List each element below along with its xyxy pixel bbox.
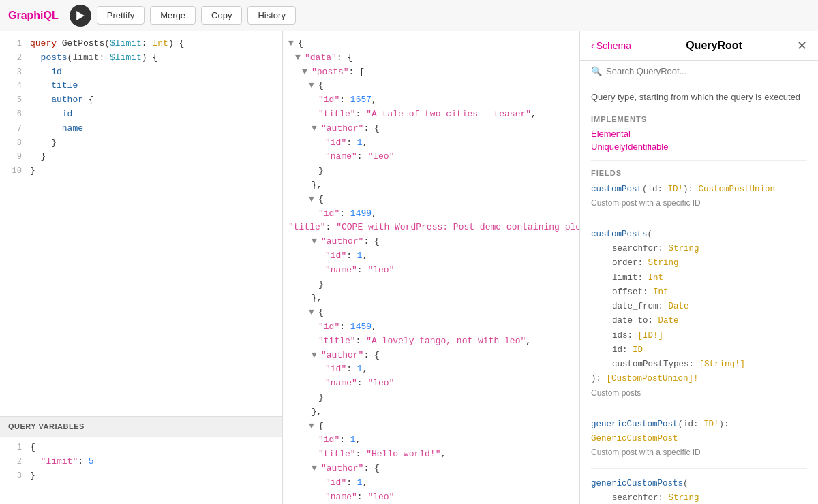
response-line: },	[283, 405, 579, 420]
collapse-arrow[interactable]: ▼	[309, 306, 316, 320]
response-line: ▼ {	[283, 306, 579, 320]
field-item-custom-post: customPost(id: ID!): CustomPostUnion Cus…	[591, 183, 807, 208]
response-line: ▼ "data": {	[283, 51, 579, 65]
field-name[interactable]: customPosts	[591, 230, 648, 239]
editor-line: 4 title	[0, 79, 282, 93]
response-line: "id": 1,	[283, 433, 579, 447]
editor-line: 5 author {	[0, 93, 282, 108]
response-line: ▼ {	[283, 79, 579, 93]
docs-search-container: 🔍	[580, 61, 818, 82]
response-line: ▼ "posts": [	[283, 65, 579, 80]
run-button[interactable]	[70, 5, 91, 27]
docs-search-input[interactable]	[606, 66, 807, 76]
editor-line: 2 posts(limit: $limit) {	[0, 51, 282, 65]
collapse-arrow[interactable]: ▼	[288, 37, 295, 51]
response-line: ▼ {	[283, 193, 579, 207]
editor-line: 1 query GetPosts($limit: Int) {	[0, 37, 282, 51]
editor-line: 3 id	[0, 65, 282, 80]
response-line: ▼ "author": {	[283, 122, 579, 136]
response-line: "id": 1499,	[283, 207, 579, 221]
field-item-generic-custom-posts: genericCustomPosts( searchfor: String	[591, 477, 807, 504]
response-line: "name": "leo"	[283, 264, 579, 278]
vars-line: 2 "limit": 5	[0, 455, 282, 469]
query-variables-section: QUERY VARIABLES 1 { 2 "limit": 5 3 }	[0, 416, 282, 504]
field-name[interactable]: genericCustomPost	[591, 420, 678, 429]
vars-line: 1 {	[0, 441, 282, 455]
collapse-arrow[interactable]: ▼	[312, 235, 318, 249]
play-icon	[76, 11, 85, 20]
docs-body[interactable]: Query type, starting from which the quer…	[580, 82, 818, 504]
response-line: "name": "leo"	[283, 150, 579, 164]
collapse-arrow[interactable]: ▼	[309, 193, 316, 207]
field-item-generic-custom-post: genericCustomPost(id: ID!): GenericCusto…	[591, 418, 807, 458]
response-line: "id": 1657,	[283, 93, 579, 108]
collapse-arrow[interactable]: ▼	[309, 420, 316, 434]
field-name[interactable]: genericCustomPosts	[591, 479, 683, 488]
response-line: "id": 1,	[283, 136, 579, 151]
svg-marker-0	[76, 11, 85, 20]
response-line: "title": "A lovely tango, not with leo",	[283, 334, 579, 349]
query-variables-header[interactable]: QUERY VARIABLES	[0, 416, 282, 436]
collapse-arrow[interactable]: ▼	[302, 65, 309, 80]
docs-close-button[interactable]: ✕	[797, 38, 807, 53]
response-line: ▼ "author": {	[283, 462, 579, 476]
editor-line: 10 }	[0, 164, 282, 178]
response-line: "title": "Hello world!",	[283, 447, 579, 462]
docs-header: ‹ Schema QueryRoot ✕	[580, 31, 818, 61]
query-variables-title: QUERY VARIABLES	[8, 422, 85, 430]
response-line: }	[283, 278, 579, 292]
chevron-left-icon: ‹	[591, 40, 594, 51]
docs-fields-title: FIELDS	[591, 169, 807, 177]
app-title: GraphiQL	[8, 10, 59, 22]
field-desc: Custom posts	[591, 388, 807, 398]
response-line: "name": "leo"	[283, 490, 579, 505]
header: GraphiQL Prettify Merge Copy History	[0, 0, 818, 31]
collapse-arrow[interactable]: ▼	[295, 51, 302, 65]
response-line: "id": 1,	[283, 249, 579, 264]
response-line: "title": "A tale of two cities – teaser"…	[283, 108, 579, 122]
query-panel: 1 query GetPosts($limit: Int) { 2 posts(…	[0, 31, 283, 504]
response-line: ▼ {	[283, 420, 579, 434]
merge-button[interactable]: Merge	[150, 6, 196, 25]
editor-line: 6 id	[0, 108, 282, 122]
search-icon: 🔍	[591, 66, 602, 76]
response-line: ▼ {	[283, 37, 579, 51]
response-line: "id": 1459,	[283, 320, 579, 334]
editor-line: 7 name	[0, 122, 282, 136]
field-desc: Custom post with a specific ID	[591, 198, 807, 208]
docs-description: Query type, starting from which the quer…	[591, 91, 807, 104]
docs-divider	[591, 468, 807, 469]
docs-back-button[interactable]: ‹ Schema	[591, 40, 631, 51]
vars-line: 3 }	[0, 469, 282, 484]
response-line: ▼ "author": {	[283, 235, 579, 249]
docs-implements-title: IMPLEMENTS	[591, 115, 807, 123]
collapse-arrow[interactable]: ▼	[312, 349, 318, 363]
response-line: "id": 1,	[283, 362, 579, 377]
response-line: "title": "COPE with WordPress: Post demo…	[283, 221, 579, 235]
response-panel[interactable]: ▼ { ▼ "data": { ▼ "posts": [ ▼ { "id": 1…	[283, 31, 579, 504]
docs-link-elemental[interactable]: Elemental	[591, 129, 807, 139]
docs-panel: ‹ Schema QueryRoot ✕ 🔍 Query type, start…	[579, 31, 818, 504]
query-editor[interactable]: 1 query GetPosts($limit: Int) { 2 posts(…	[0, 31, 282, 416]
response-line: },	[283, 178, 579, 193]
docs-divider	[591, 219, 807, 219]
collapse-arrow[interactable]: ▼	[312, 462, 318, 476]
main-layout: 1 query GetPosts($limit: Int) { 2 posts(…	[0, 31, 818, 504]
response-line: "id": 1,	[283, 476, 579, 490]
docs-link-uniquely[interactable]: UniquelyIdentifiable	[591, 142, 807, 152]
response-line: }	[283, 164, 579, 178]
field-name[interactable]: customPost	[591, 185, 642, 194]
response-line: }	[283, 391, 579, 405]
query-variables-body[interactable]: 1 { 2 "limit": 5 3 }	[0, 436, 282, 504]
prettify-button[interactable]: Prettify	[97, 6, 145, 25]
collapse-arrow[interactable]: ▼	[312, 122, 318, 136]
docs-title: QueryRoot	[635, 40, 793, 52]
collapse-arrow[interactable]: ▼	[309, 79, 316, 93]
editor-line: 8 }	[0, 136, 282, 151]
editor-line: 9 }	[0, 150, 282, 164]
field-desc: Custom post with a specific ID	[591, 447, 807, 457]
history-button[interactable]: History	[247, 6, 295, 25]
docs-back-label: Schema	[596, 40, 631, 51]
copy-button[interactable]: Copy	[201, 6, 242, 25]
response-line: ▼ "author": {	[283, 349, 579, 363]
